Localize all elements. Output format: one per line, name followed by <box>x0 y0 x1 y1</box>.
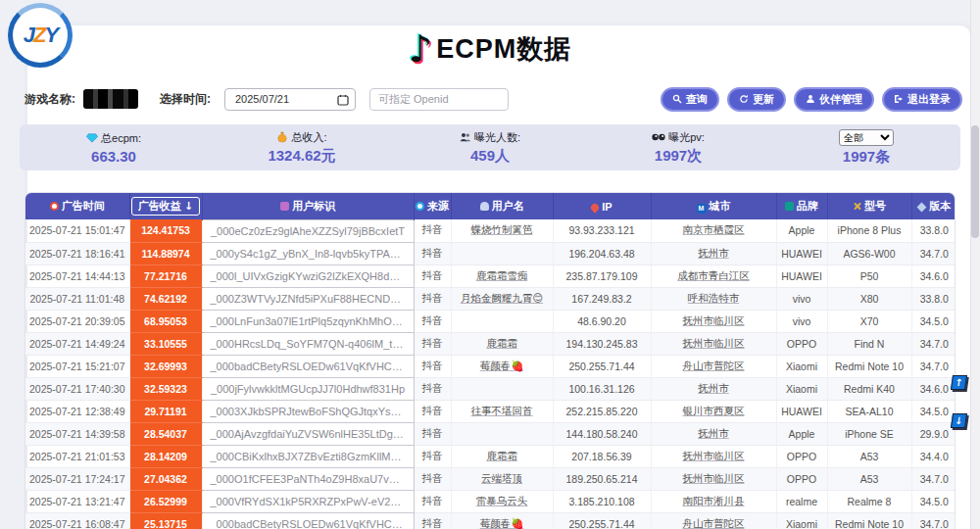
cell-time: 2025-07-21 14:44:13 <box>25 264 129 287</box>
cell-username[interactable]: 往事不堪回首 <box>451 400 553 422</box>
table-row: 2025-07-21 17:24:1727.04362_000O1fCFEE3P… <box>25 467 956 490</box>
pin-icon <box>590 202 601 213</box>
cell-username[interactable]: 鹿霜霜雪痴 <box>451 264 553 287</box>
query-button[interactable]: 查询 <box>661 87 719 112</box>
cell-revenue: 32.69993 <box>129 355 202 377</box>
cell-city[interactable]: 银川市西夏区 <box>651 400 776 422</box>
record-filter-select[interactable]: 全部 <box>839 129 894 146</box>
table-row: 2025-07-21 12:38:4929.71191_0003XJkbSPRJ… <box>25 400 956 422</box>
cell-source: 抖音 <box>414 377 451 400</box>
cell-ip: 196.204.63.48 <box>553 242 651 264</box>
cell-city[interactable]: 呼和浩特市 <box>651 287 776 310</box>
cell-username[interactable]: 鹿霜霜 <box>451 332 553 355</box>
partner-manage-button[interactable]: 伙伴管理 <box>794 87 874 112</box>
cell-model: Find N <box>827 332 911 355</box>
cell-version: 34.5.0 <box>911 310 956 332</box>
scrollbar-thumb[interactable] <box>971 125 979 238</box>
cell-time: 2025-07-21 21:01:53 <box>25 445 129 467</box>
cell-username[interactable]: 云端塔顶 <box>451 467 553 490</box>
column-header-username: 用户名 <box>451 193 553 219</box>
cell-username[interactable]: 蝶烧竹制篱笆 <box>451 219 553 242</box>
cell-openid: _000AjAvzgfdaiYuZVSW6nlHE35LtDgY0 <box>202 422 414 445</box>
cell-model: A53 <box>827 467 911 490</box>
cell-city[interactable]: 抚州市临川区 <box>651 310 776 332</box>
scroll-top-button[interactable]: ↑ <box>951 375 967 390</box>
refresh-button[interactable]: 更新 <box>727 87 786 112</box>
cell-ip: 250.255.71.44 <box>553 355 651 377</box>
cell-source: 抖音 <box>414 264 451 287</box>
cell-revenue: 28.54037 <box>129 422 202 445</box>
cell-source: 抖音 <box>414 355 451 377</box>
cell-brand: HUAWEI <box>776 400 827 422</box>
cell-username <box>451 422 553 445</box>
cell-source: 抖音 <box>414 512 451 529</box>
cell-model: P50 <box>827 264 911 287</box>
cell-brand: HUAWEI <box>776 242 827 264</box>
stats-bar: 总ecpm: 663.30 总收入: 1324.62元 曝光人数: 459人 曝… <box>20 124 960 170</box>
cell-brand: vivo <box>776 287 827 310</box>
cell-model: Redmi K40 <box>827 377 911 400</box>
cell-username[interactable]: 雷暴乌云头 <box>451 490 553 512</box>
search-icon <box>672 94 682 104</box>
id-icon <box>280 202 289 211</box>
cell-time: 2025-07-21 14:49:24 <box>25 332 129 355</box>
filter-bar: 游戏名称: 选择时间: 查询 更新 伙伴管理 退出登录 <box>24 86 962 112</box>
cell-city[interactable]: 抚州市 <box>651 242 776 264</box>
cell-model: A53 <box>827 445 911 467</box>
column-header-time: 广告时间 <box>25 193 129 219</box>
cell-city[interactable]: 南阳市淅川县 <box>651 490 776 512</box>
game-name-redacted <box>83 89 138 109</box>
source-icon <box>416 202 424 211</box>
cell-openid: _000Z3WTVyJZNfd5iPXuF88HECNDCar_L <box>202 287 414 310</box>
date-input[interactable] <box>225 89 355 110</box>
scroll-bottom-button[interactable]: ↓ <box>951 413 967 428</box>
eyes-icon <box>652 133 665 141</box>
cell-ip: 252.215.85.220 <box>553 400 651 422</box>
stat-total-ecpm: 总ecpm: 663.30 <box>20 131 208 165</box>
cell-username[interactable]: 月焰金阙耀九霄😊 <box>451 287 553 310</box>
cell-city[interactable]: 南京市栖霞区 <box>651 219 776 242</box>
cell-city[interactable]: 抚州市 <box>651 377 776 400</box>
cell-username[interactable]: 莓颜春🍓 <box>451 355 553 377</box>
logout-button[interactable]: 退出登录 <box>882 87 962 112</box>
cell-city[interactable]: 舟山市普陀区 <box>651 512 776 529</box>
cell-brand: HUAWEI <box>776 264 827 287</box>
cell-source: 抖音 <box>414 219 451 242</box>
cell-username[interactable]: 莓颜春🍓 <box>451 512 553 529</box>
table-row: 2025-07-21 14:44:1377.21716_000l_UIVxGzi… <box>25 264 956 287</box>
cell-time: 2025-07-21 17:40:30 <box>25 377 129 400</box>
cell-city[interactable]: 抚州市临川区 <box>651 445 776 467</box>
cell-brand: Xiaomi <box>776 377 827 400</box>
cell-brand: Xiaomi <box>776 512 827 529</box>
person-icon <box>806 94 815 104</box>
cell-openid: _000yS4c1gZ_yBnX_In8-lqvb5kyTPAQKw <box>202 242 414 264</box>
column-header-revenue: 广告收益 ↓ <box>129 193 202 219</box>
date-picker[interactable] <box>224 88 356 111</box>
cell-username <box>451 377 553 400</box>
cell-openid: _000badCBetyRSLOEDw61VqKfVHCwbe9wv <box>202 512 414 529</box>
cell-city[interactable]: 抚州市临川区 <box>651 332 776 355</box>
revenue-sort-button[interactable]: 广告收益 ↓ <box>131 197 200 216</box>
table-row: 2025-07-21 15:21:0732.69993_000badCBetyR… <box>25 355 956 377</box>
cell-version: 29.9.0 <box>911 422 956 445</box>
openid-input[interactable] <box>369 88 509 111</box>
city-icon: M <box>697 204 707 214</box>
page-title: ECPM数据 <box>436 31 571 67</box>
cell-ip: 93.93.233.121 <box>553 219 651 242</box>
cell-city[interactable]: 舟山市普陀区 <box>651 355 776 377</box>
cell-model: iPhone 8 Plus <box>827 219 911 242</box>
column-header-version: 版本 <box>911 193 956 219</box>
cell-username[interactable]: 鹿霜霜 <box>451 445 553 467</box>
clock-icon <box>50 202 59 211</box>
cell-city[interactable]: 成都市青白江区 <box>651 264 776 287</box>
cell-city[interactable]: 抚州市 <box>651 422 776 445</box>
cell-version: 33.8.0 <box>911 287 956 310</box>
cell-brand: vivo <box>776 310 827 332</box>
column-header-model: 型号 <box>827 193 911 219</box>
people-icon <box>460 132 471 142</box>
cell-source: 抖音 <box>414 310 451 332</box>
cell-city[interactable]: 抚州市临川区 <box>651 467 776 490</box>
cell-ip: 100.16.31.126 <box>553 377 651 400</box>
cell-brand: OPPO <box>776 445 827 467</box>
cell-version: 34.7.0 <box>911 242 956 264</box>
